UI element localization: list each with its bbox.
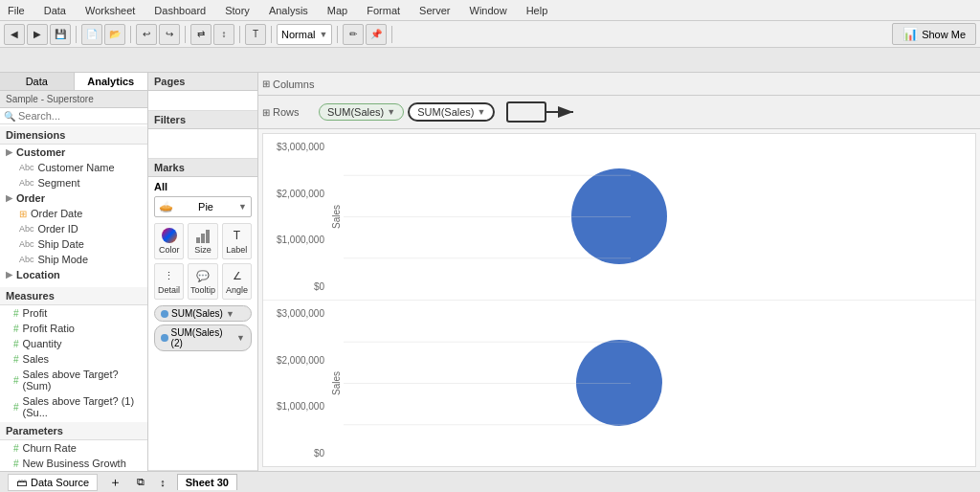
duplicate-sheet-btn[interactable]: ⧉ [133, 474, 148, 490]
dim-ship-mode-label: Ship Mode [38, 254, 89, 265]
pill-label-sales: SUM(Sales) [171, 308, 223, 319]
toolbar-btn-pin[interactable]: 📌 [366, 24, 387, 45]
param-nbg[interactable]: # New Business Growth [0, 456, 147, 471]
globe-icon-country: 🌐 [19, 285, 31, 286]
measure-profit-ratio[interactable]: # Profit Ratio [0, 321, 147, 336]
pill-dot-sales2 [161, 334, 168, 342]
tick-0-bot: $0 [314, 448, 324, 458]
rows-shelf: ⊞ Rows SUM(Sales) ▼ SUM(Sales) ▼ [258, 96, 980, 129]
parameters-list: # Churn Rate # New Business Growth [0, 440, 147, 471]
menu-story[interactable]: Story [221, 3, 254, 18]
location-expand-icon: ▶ [6, 270, 12, 280]
toolbar-btn-text[interactable]: T [245, 24, 266, 45]
rows-pill1-label: SUM(Sales) [327, 106, 384, 118]
data-source-tab-label: Data Source [31, 477, 89, 488]
toolbar-sep3 [185, 26, 186, 43]
tick-0-top: $0 [314, 281, 324, 292]
marks-type-dropdown[interactable]: 🥧 Pie ▼ [154, 196, 252, 217]
toolbar-btn-sort[interactable]: ↕ [213, 24, 234, 45]
parameters-section-title: Parameters [0, 422, 147, 440]
angle-btn-label: Angle [226, 285, 248, 295]
menu-map[interactable]: Map [323, 3, 351, 18]
toolbar-btn-back[interactable]: ◀ [4, 24, 25, 45]
marks-label-btn[interactable]: T Label [222, 223, 252, 259]
dim-country[interactable]: 🌐 Country [0, 282, 147, 285]
toolbar-btn-redo[interactable]: ↪ [159, 24, 180, 45]
dim-group-customer[interactable]: ▶ Customer [0, 145, 147, 160]
menu-worksheet[interactable]: Worksheet [81, 3, 139, 18]
show-me-button[interactable]: 📊 Show Me [892, 23, 976, 45]
tab-analytics[interactable]: Analytics [75, 73, 148, 90]
marks-detail-btn[interactable]: ⋮ Detail [154, 263, 184, 300]
tick-3m-bot: $3,000,000 [277, 308, 324, 319]
chart-top-plot: Sales [328, 134, 975, 300]
grid-lines-bottom [344, 301, 631, 466]
marks-color-btn[interactable]: Color [154, 223, 184, 259]
dim-ship-mode[interactable]: Abc Ship Mode [0, 252, 147, 267]
data-source-label: Sample - Superstore [6, 94, 94, 104]
order-expand-icon: ▶ [6, 193, 12, 203]
toolbar: ◀ ▶ 💾 📄 📂 ↩ ↪ ⇄ ↕ T Normal ▼ ✏ 📌 📊 Show … [0, 21, 980, 48]
middle-panel: Pages Filters Marks All 🥧 Pie ▼ [148, 73, 258, 471]
search-input[interactable] [18, 110, 148, 122]
dim-order-date[interactable]: ⊞ Order Date [0, 206, 147, 221]
marks-angle-btn[interactable]: ∠ Angle [222, 263, 252, 300]
dim-ship-date[interactable]: Abc Ship Date [0, 236, 147, 252]
menu-file[interactable]: File [4, 3, 29, 18]
dim-segment[interactable]: Abc Segment [0, 175, 147, 190]
dim-group-location[interactable]: ▶ Location [0, 267, 147, 282]
menu-server[interactable]: Server [415, 3, 454, 18]
rows-pill1[interactable]: SUM(Sales) ▼ [319, 103, 404, 121]
data-source-header: Sample - Superstore [0, 91, 147, 108]
menu-format[interactable]: Format [363, 3, 404, 18]
marks-pill-sales[interactable]: SUM(Sales) ▼ [154, 305, 252, 322]
toolbar-btn-save[interactable]: 💾 [50, 24, 71, 45]
measure-quantity-label: Quantity [23, 338, 62, 349]
tab-data[interactable]: Data [0, 73, 75, 90]
columns-label-text: Columns [273, 78, 314, 90]
measure-sat-sum[interactable]: # Sales above Target? (Sum) [0, 367, 147, 393]
dim-group-order[interactable]: ▶ Order [0, 190, 147, 206]
menu-data[interactable]: Data [40, 3, 70, 18]
abc-icon-oid: Abc [19, 224, 34, 234]
toolbar-btn-forward[interactable]: ▶ [27, 24, 48, 45]
toolbar-btn-new[interactable]: 📄 [81, 24, 102, 45]
data-source-tab[interactable]: 🗃 Data Source [8, 474, 98, 491]
menu-analysis[interactable]: Analysis [265, 3, 312, 18]
measure-profit[interactable]: # Profit [0, 305, 147, 321]
rows-pill2-label: SUM(Sales) [417, 106, 474, 118]
menu-bar: File Data Worksheet Dashboard Story Anal… [0, 0, 980, 21]
param-churn[interactable]: # Churn Rate [0, 440, 147, 456]
toolbar-btn-swap[interactable]: ⇄ [190, 24, 212, 45]
abc-icon-segment: Abc [19, 178, 34, 188]
menu-help[interactable]: Help [523, 3, 552, 18]
columns-grid-icon: ⊞ [262, 78, 270, 89]
measure-sales[interactable]: # Sales [0, 351, 147, 367]
left-panel-tabs: Data Analytics [0, 73, 147, 91]
sort-sheet-btn[interactable]: ↕ [156, 475, 169, 490]
new-sheet-btn[interactable]: ＋ [105, 472, 125, 493]
toolbar-btn-undo[interactable]: ↩ [136, 24, 157, 45]
marks-pill-sales2[interactable]: SUM(Sales) (2) ▼ [154, 324, 252, 351]
measure-quantity[interactable]: # Quantity [0, 336, 147, 351]
menu-dashboard[interactable]: Dashboard [150, 3, 210, 18]
order-group-label: Order [16, 192, 45, 204]
tooltip-btn-label: Tooltip [190, 285, 215, 295]
toolbar-btn-open[interactable]: 📂 [104, 24, 125, 45]
menu-window[interactable]: Window [466, 3, 511, 18]
tab-bar [0, 48, 980, 73]
toolbar-normal-dropdown[interactable]: Normal ▼ [277, 24, 332, 45]
toolbar-sep5 [271, 26, 272, 43]
sheet-30-tab[interactable]: Sheet 30 [177, 474, 237, 490]
db-icon-status: 🗃 [16, 477, 27, 488]
toolbar-btn-pencil[interactable]: ✏ [343, 24, 364, 45]
marks-size-btn[interactable]: Size [188, 223, 217, 259]
marks-section: Marks All 🥧 Pie ▼ Color [148, 159, 257, 471]
dim-customer-name[interactable]: Abc Customer Name [0, 160, 147, 175]
dim-order-id[interactable]: Abc Order ID [0, 221, 147, 236]
rows-pill2[interactable]: SUM(Sales) ▼ [408, 102, 495, 122]
marks-tooltip-btn[interactable]: 💬 Tooltip [188, 263, 218, 300]
filters-section: Filters [148, 111, 257, 159]
measure-sat2[interactable]: # Sales above Target? (1) (Su... [0, 393, 147, 420]
y-axis-top: Sales [328, 134, 344, 300]
